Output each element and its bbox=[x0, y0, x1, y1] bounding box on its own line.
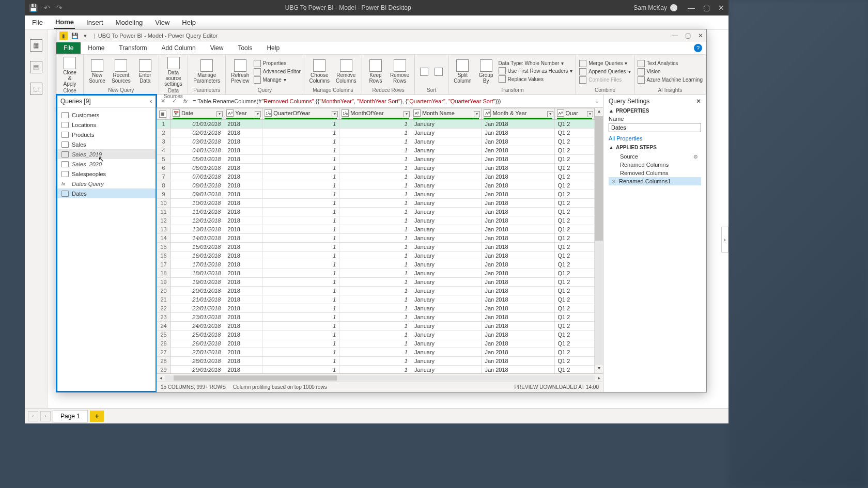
cell[interactable]: 1 bbox=[339, 137, 411, 146]
append-queries-button[interactable]: Append Queries ▾ bbox=[579, 68, 630, 75]
cell[interactable]: January bbox=[411, 322, 481, 330]
table-row[interactable]: 1313/01/2018201811JanuaryJan 2018Q1 2 bbox=[157, 225, 595, 234]
cell[interactable]: 2018 bbox=[224, 234, 262, 243]
query-name-input[interactable] bbox=[609, 123, 701, 132]
cell[interactable]: 11/01/2018 bbox=[171, 208, 224, 216]
cell[interactable]: 08/01/2018 bbox=[171, 181, 224, 190]
cell[interactable]: 2018 bbox=[224, 199, 262, 208]
row-number[interactable]: 17 bbox=[157, 260, 171, 269]
cell[interactable]: 26/01/2018 bbox=[171, 339, 224, 348]
table-row[interactable]: 101/01/2018201811JanuaryJan 2018Q1 2 bbox=[157, 120, 595, 129]
cell[interactable]: Q1 2 bbox=[554, 234, 594, 243]
query-item[interactable]: Sales bbox=[56, 139, 156, 149]
cell[interactable]: 1 bbox=[339, 339, 411, 348]
cell[interactable]: 1 bbox=[339, 129, 411, 137]
modeling-tab[interactable]: Modeling bbox=[115, 17, 144, 28]
cell[interactable]: Q1 2 bbox=[554, 348, 594, 357]
pq-file-tab[interactable]: File bbox=[56, 42, 81, 54]
cell[interactable]: 1 bbox=[339, 260, 411, 269]
cell[interactable]: 1 bbox=[262, 339, 339, 348]
cell[interactable]: 29/01/2018 bbox=[171, 366, 224, 374]
cell[interactable]: 1 bbox=[262, 295, 339, 304]
cell[interactable]: January bbox=[411, 120, 481, 129]
cell[interactable]: 06/01/2018 bbox=[171, 164, 224, 172]
cell[interactable]: Q1 2 bbox=[554, 313, 594, 322]
pq-minimize-icon[interactable]: — bbox=[672, 32, 678, 39]
pq-addcolumn-tab[interactable]: Add Column bbox=[154, 42, 203, 54]
cell[interactable]: Jan 2018 bbox=[482, 234, 554, 243]
row-number[interactable]: 23 bbox=[157, 313, 171, 322]
pq-maximize-icon[interactable]: ▢ bbox=[685, 32, 691, 39]
cell[interactable]: January bbox=[411, 225, 481, 234]
cell[interactable]: January bbox=[411, 278, 481, 287]
cell[interactable]: Q1 2 bbox=[554, 251, 594, 260]
cell[interactable]: 2018 bbox=[224, 137, 262, 146]
cell[interactable]: January bbox=[411, 172, 481, 181]
cell[interactable]: 1 bbox=[262, 146, 339, 155]
cell[interactable]: Jan 2018 bbox=[482, 295, 554, 304]
row-number[interactable]: 12 bbox=[157, 216, 171, 225]
cell[interactable]: 1 bbox=[262, 120, 339, 129]
azure-ml-button[interactable]: Azure Machine Learning bbox=[638, 76, 703, 84]
row-number[interactable]: 18 bbox=[157, 269, 171, 278]
cell[interactable]: Jan 2018 bbox=[482, 129, 554, 137]
table-row[interactable]: 2727/01/2018201811JanuaryJan 2018Q1 2 bbox=[157, 348, 595, 357]
recent-sources-button[interactable]: Recent Sources bbox=[110, 58, 133, 85]
table-row[interactable]: 909/01/2018201811JanuaryJan 2018Q1 2 bbox=[157, 190, 595, 199]
cell[interactable]: Q1 2 bbox=[554, 295, 594, 304]
type-icon[interactable]: Aᴮ bbox=[226, 109, 234, 117]
type-icon[interactable]: 1²₃ bbox=[342, 109, 349, 117]
cell[interactable]: 24/01/2018 bbox=[171, 322, 224, 330]
properties-button[interactable]: Properties bbox=[254, 60, 301, 67]
pq-home-tab[interactable]: Home bbox=[81, 42, 112, 54]
triangle-icon[interactable]: ▲ bbox=[609, 108, 614, 114]
cell[interactable]: 2018 bbox=[224, 269, 262, 278]
commit-formula-icon[interactable]: ✓ bbox=[170, 97, 178, 105]
table-row[interactable]: 1515/01/2018201811JanuaryJan 2018Q1 2 bbox=[157, 243, 595, 251]
cell[interactable]: January bbox=[411, 348, 481, 357]
cell[interactable]: 2018 bbox=[224, 146, 262, 155]
cell[interactable]: 2018 bbox=[224, 172, 262, 181]
cell[interactable]: 2018 bbox=[224, 208, 262, 216]
row-number[interactable]: 26 bbox=[157, 339, 171, 348]
cell[interactable]: Q1 2 bbox=[554, 129, 594, 137]
choose-columns-button[interactable]: Choose Columns bbox=[307, 58, 332, 85]
cell[interactable]: January bbox=[411, 287, 481, 295]
page-tab-1[interactable]: Page 1 bbox=[53, 410, 88, 422]
cell[interactable]: Jan 2018 bbox=[482, 366, 554, 374]
cell[interactable]: Q1 2 bbox=[554, 199, 594, 208]
first-row-headers-button[interactable]: Use First Row as Headers ▾ bbox=[499, 67, 573, 74]
cell[interactable]: Jan 2018 bbox=[482, 208, 554, 216]
filter-dropdown-icon[interactable]: ▾ bbox=[332, 111, 338, 117]
cell[interactable]: 1 bbox=[339, 120, 411, 129]
cell[interactable]: 1 bbox=[262, 278, 339, 287]
row-number[interactable]: 5 bbox=[157, 155, 171, 164]
query-item[interactable]: Sales_2019 bbox=[56, 149, 156, 159]
row-number[interactable]: 29 bbox=[157, 366, 171, 374]
cell[interactable]: 2018 bbox=[224, 164, 262, 172]
collapse-pane-icon[interactable]: › bbox=[721, 227, 729, 253]
cell[interactable]: Q1 2 bbox=[554, 260, 594, 269]
cell[interactable]: Q1 2 bbox=[554, 181, 594, 190]
column-header[interactable]: 1²₃QuarterOfYear▾ bbox=[262, 108, 339, 120]
cell[interactable]: 1 bbox=[262, 366, 339, 374]
applied-step[interactable]: ✕Renamed Columns1 bbox=[609, 177, 701, 185]
applied-step[interactable]: Removed Columns bbox=[609, 169, 701, 177]
cell[interactable]: 2018 bbox=[224, 243, 262, 251]
cell[interactable]: 15/01/2018 bbox=[171, 243, 224, 251]
cell[interactable]: Q1 2 bbox=[554, 357, 594, 366]
query-item[interactable]: Salespeoples bbox=[56, 169, 156, 179]
cell[interactable]: 1 bbox=[339, 313, 411, 322]
pq-view-tab[interactable]: View bbox=[203, 42, 231, 54]
cell[interactable]: 10/01/2018 bbox=[171, 199, 224, 208]
all-properties-link[interactable]: All Properties bbox=[609, 135, 701, 141]
cell[interactable]: 02/01/2018 bbox=[171, 129, 224, 137]
column-header[interactable]: 1²₃MonthOfYear▾ bbox=[339, 108, 411, 120]
model-view-icon[interactable]: ⬚ bbox=[30, 83, 42, 95]
cell[interactable]: 1 bbox=[339, 155, 411, 164]
filter-dropdown-icon[interactable]: ▾ bbox=[547, 111, 553, 117]
advanced-editor-button[interactable]: Advanced Editor bbox=[254, 68, 301, 75]
collapse-queries-icon[interactable]: ‹ bbox=[150, 98, 152, 105]
cell[interactable]: Q1 2 bbox=[554, 172, 594, 181]
cell[interactable]: January bbox=[411, 330, 481, 339]
